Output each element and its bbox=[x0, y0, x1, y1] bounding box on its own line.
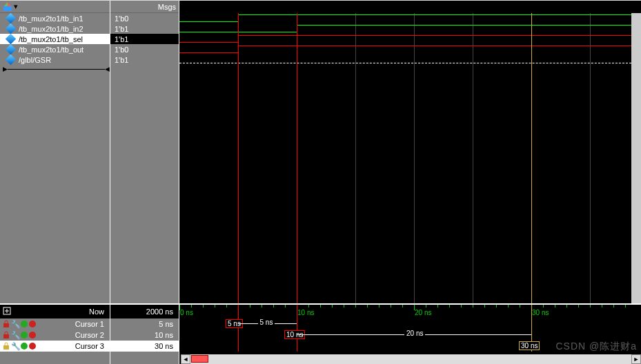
svg-rect-8 bbox=[3, 345, 9, 350]
cursor-value-row-1: 5 ns bbox=[110, 318, 179, 330]
signal-icon bbox=[6, 23, 17, 34]
svg-rect-0 bbox=[3, 6, 12, 11]
signal-icon bbox=[6, 54, 17, 65]
ruler-label: 10 ns bbox=[297, 309, 314, 316]
cursor-label: Cursor 2 bbox=[75, 331, 104, 339]
dropdown-arrow-icon[interactable]: ▾ bbox=[14, 2, 18, 11]
signal-value-2: 1'b1 bbox=[110, 34, 179, 44]
waveform-area[interactable] bbox=[179, 13, 641, 304]
wave-seg bbox=[179, 21, 238, 22]
wrench-icon[interactable]: 🔧 bbox=[11, 320, 19, 328]
wave-seg bbox=[238, 35, 635, 36]
lock-icon[interactable] bbox=[3, 342, 10, 350]
horizontal-scrollbar[interactable]: ◄ ► bbox=[181, 354, 641, 364]
signal-value-1: 1'b1 bbox=[110, 23, 179, 34]
add-icon[interactable] bbox=[21, 321, 28, 327]
now-value: 2000 ns bbox=[146, 307, 173, 316]
svg-marker-2 bbox=[4, 2, 8, 6]
signal-row-0[interactable]: /tb_mux2to1/tb_in1 bbox=[0, 13, 110, 23]
ruler-cursor-1[interactable] bbox=[238, 305, 239, 318]
signal-values-panel[interactable]: Msgs 1'b01'b11'b11'b01'b1 bbox=[110, 1, 179, 304]
now-value-cell: 2000 ns bbox=[110, 305, 179, 318]
cursor-box-3[interactable]: 30 ns bbox=[519, 341, 540, 350]
scroll-right-button[interactable]: ► bbox=[631, 354, 641, 364]
cursor-name-row-1[interactable]: 🔧Cursor 1 bbox=[0, 318, 110, 330]
scroll-thumb[interactable] bbox=[191, 355, 208, 363]
ruler-label: 20 ns bbox=[415, 309, 431, 316]
lock-icon[interactable] bbox=[3, 331, 10, 339]
remove-icon[interactable] bbox=[29, 332, 36, 338]
grid-line bbox=[590, 13, 591, 304]
time-ruler[interactable]: 0 ns10 ns20 ns30 ns bbox=[179, 305, 641, 318]
cursor-line-2[interactable] bbox=[297, 13, 297, 304]
signal-value-3: 1'b0 bbox=[110, 44, 179, 54]
signal-names-panel[interactable]: ▾ /tb_mux2to1/tb_in1/tb_mux2to1/tb_in2/t… bbox=[0, 1, 110, 304]
add-icon[interactable] bbox=[21, 332, 28, 338]
wave-seg bbox=[238, 46, 635, 46]
signal-icon bbox=[6, 13, 17, 23]
wave-header bbox=[179, 1, 641, 13]
cursor-name-row-3[interactable]: 🔧Cursor 3 bbox=[0, 341, 110, 352]
signal-name: /tb_mux2to1/tb_in2 bbox=[19, 25, 83, 33]
signal-row-2[interactable]: /tb_mux2to1/tb_sel bbox=[0, 34, 110, 44]
signal-value-4: 1'b1 bbox=[110, 54, 179, 65]
wave-seg bbox=[179, 52, 238, 53]
cursor-line-1[interactable] bbox=[238, 13, 239, 304]
expand-handle[interactable]: ▶◀ bbox=[0, 65, 110, 73]
signal-row-4[interactable]: /glbl/GSR bbox=[0, 54, 110, 65]
lock-icon[interactable] bbox=[3, 320, 10, 328]
wrench-icon[interactable]: 🔧 bbox=[11, 342, 19, 350]
signal-row-3[interactable]: /tb_mux2to1/tb_out bbox=[0, 44, 110, 54]
cursor-label: Cursor 1 bbox=[75, 320, 104, 328]
cursor-value-row-2: 10 ns bbox=[110, 330, 179, 341]
signal-name: /tb_mux2to1/tb_out bbox=[19, 46, 83, 54]
remove-icon[interactable] bbox=[29, 343, 36, 350]
wave-4 bbox=[179, 63, 631, 63]
signal-row-1[interactable]: /tb_mux2to1/tb_in2 bbox=[0, 23, 110, 34]
grid-line bbox=[414, 13, 415, 304]
cursor-delta-label: 5 ns bbox=[258, 318, 275, 326]
values-header: Msgs bbox=[110, 1, 179, 13]
cursor-name-row-2[interactable]: 🔧Cursor 2 bbox=[0, 330, 110, 341]
msgs-label: Msgs bbox=[158, 3, 176, 11]
signal-name: /glbl/GSR bbox=[19, 56, 51, 64]
app-icon bbox=[3, 2, 12, 12]
toggle-leaf-icon[interactable] bbox=[3, 307, 11, 316]
cursor-measure-row-2: 10 ns20 ns bbox=[179, 330, 641, 341]
scroll-track[interactable] bbox=[190, 354, 631, 364]
remove-icon[interactable] bbox=[29, 321, 36, 327]
signal-name: /tb_mux2to1/tb_in1 bbox=[19, 14, 83, 23]
vertical-scrollbar[interactable] bbox=[631, 13, 641, 304]
wave-seg bbox=[179, 42, 238, 43]
now-label-cell: Now bbox=[0, 305, 110, 318]
signal-icon bbox=[6, 44, 17, 54]
svg-rect-6 bbox=[3, 323, 9, 327]
cursor-value-row-3: 30 ns bbox=[110, 341, 179, 352]
cursor-measure-row-1: 5 ns5 ns bbox=[179, 318, 641, 330]
add-icon[interactable] bbox=[21, 343, 28, 350]
cursor-delta-label: 20 ns bbox=[404, 330, 425, 337]
names-header[interactable]: ▾ bbox=[0, 1, 110, 13]
ruler-label: 30 ns bbox=[532, 309, 549, 316]
wave-seg bbox=[238, 14, 635, 15]
cursor-measure-row-3: 30 ns bbox=[179, 341, 641, 352]
signal-value-0: 1'b0 bbox=[110, 13, 179, 23]
signal-name: /tb_mux2to1/tb_sel bbox=[19, 35, 83, 43]
ruler-cursor-2[interactable] bbox=[297, 305, 297, 318]
cursor-line-3[interactable] bbox=[531, 13, 532, 304]
wrench-icon[interactable]: 🔧 bbox=[11, 331, 19, 339]
wave-seg bbox=[297, 25, 635, 26]
ruler-label: 0 ns bbox=[180, 309, 193, 316]
grid-line bbox=[473, 13, 473, 304]
cursor-label: Cursor 3 bbox=[75, 342, 104, 350]
waveform-panel[interactable] bbox=[179, 1, 641, 304]
scroll-left-button[interactable]: ◄ bbox=[181, 354, 190, 364]
ruler-cursor-3[interactable] bbox=[531, 305, 532, 318]
signal-icon bbox=[6, 34, 17, 44]
svg-rect-7 bbox=[3, 334, 9, 338]
now-label: Now bbox=[89, 307, 104, 316]
grid-line bbox=[355, 13, 356, 304]
